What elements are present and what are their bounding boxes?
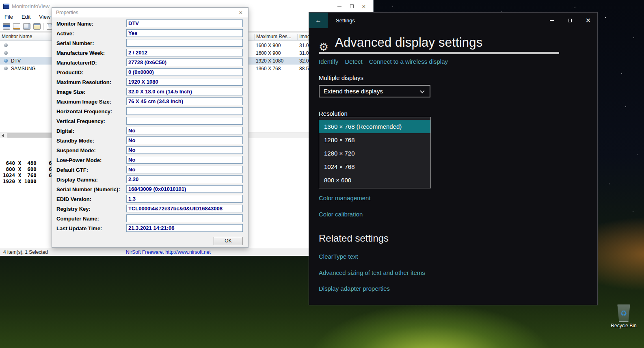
action-link[interactable]: Identify <box>319 58 338 65</box>
column-divider[interactable] <box>254 34 255 40</box>
property-value-field[interactable]: DTV <box>126 19 243 27</box>
monitor-name-cell: DTV <box>11 58 21 64</box>
settings-window-title: Settings <box>336 17 355 24</box>
maximize-button[interactable] <box>346 2 358 11</box>
property-value-field[interactable]: 0 (0x0000) <box>126 68 243 76</box>
dialog-titlebar[interactable]: Properties × <box>52 8 248 17</box>
property-value-field[interactable]: No <box>126 127 243 134</box>
property-row: Horizontal Frequency: <box>52 107 248 117</box>
column-header-maximum-resolution[interactable]: Maximum Res... <box>256 34 292 39</box>
property-label: ManufacturerID: <box>56 60 97 66</box>
property-value-field[interactable]: TCL0000\4&72e37bc&0&UID16843008 <box>126 205 243 212</box>
horizontal-scrollbar-thumb[interactable] <box>319 52 559 54</box>
recycle-symbol-icon: ♻ <box>620 309 627 317</box>
advanced-sizing-link[interactable]: Advanced sizing of text and other items <box>319 269 425 276</box>
maximize-icon <box>350 4 354 8</box>
property-value-field[interactable]: No <box>126 136 243 144</box>
minimize-button[interactable] <box>333 2 346 11</box>
property-row: ManufacturerID: 27728 (0x6C50) <box>52 58 248 68</box>
menu-item[interactable]: View <box>39 14 50 20</box>
property-value-field[interactable] <box>126 214 243 222</box>
cleartype-text-link[interactable]: ClearType text <box>319 253 358 260</box>
property-label: Monitor Name: <box>56 21 93 27</box>
export-report-icon[interactable] <box>13 23 20 30</box>
recycle-bin-shortcut[interactable]: ♻ Recycle Bin <box>607 305 641 329</box>
color-management-link[interactable]: Color management <box>319 195 371 201</box>
property-value-field[interactable]: 2.20 <box>126 175 243 183</box>
resolution-option[interactable]: 800 × 600 <box>319 173 430 187</box>
property-value-field[interactable]: 32.0 X 18.0 cm (14.5 Inch) <box>126 88 243 95</box>
close-button[interactable]: × <box>358 2 370 11</box>
property-value-field[interactable]: 1920 X 1080 <box>126 78 243 86</box>
recycle-bin-label: Recycle Bin <box>607 323 641 329</box>
property-value-field[interactable]: 21.3.2021 14:21:06 <box>126 224 243 232</box>
ok-button[interactable]: OK <box>214 237 243 245</box>
window-title: MonitorInfoView <box>12 3 50 9</box>
display-adapter-properties-link[interactable]: Display adapter properties <box>319 285 390 292</box>
property-label: Registry Key: <box>56 206 91 212</box>
property-row: Low-Power Mode: No <box>52 156 248 165</box>
image-size-cell: 88.5 <box>299 66 309 71</box>
property-value-field[interactable]: 27728 (0x6C50) <box>126 58 243 66</box>
resolution-listbox: 1360 × 768 (Recommended)1280 × 7681280 ×… <box>319 117 431 188</box>
property-value-field[interactable]: 2 / 2012 <box>126 49 243 56</box>
copy-icon[interactable] <box>23 23 30 30</box>
property-value-field[interactable]: Yes <box>126 29 243 37</box>
resolution-option[interactable]: 1280 × 720 <box>319 147 430 160</box>
property-value-field[interactable]: 16843009 (0x01010101) <box>126 185 243 193</box>
property-row: Registry Key: TCL0000\4&72e37bc&0&UID168… <box>52 204 248 214</box>
menu-item[interactable]: File <box>4 14 13 20</box>
menu-item[interactable]: Edit <box>22 14 30 20</box>
property-value-field[interactable]: No <box>126 146 243 154</box>
image-size-cell: 32.0 <box>299 58 309 64</box>
scroll-left-icon[interactable] <box>2 134 4 137</box>
related-settings-heading: Related settings <box>319 233 389 244</box>
property-value-field[interactable] <box>126 117 243 125</box>
property-row: Vertical Frequency: <box>52 117 248 126</box>
action-link[interactable]: Detect <box>345 58 362 65</box>
column-header-monitor-name[interactable]: Monitor Name <box>2 34 32 39</box>
maximize-icon <box>568 19 572 22</box>
desktop: MonitorInfoView × FileEditViewHelp Monit… <box>0 0 644 348</box>
property-row: Serial Number: <box>52 39 248 48</box>
settings-close-button[interactable]: ✕ <box>579 13 597 28</box>
nirsoft-link[interactable]: NirSoft Freeware. http://www.nirsoft.net <box>126 249 211 255</box>
column-divider[interactable] <box>50 34 50 40</box>
property-row: Manufacture Week: 2 / 2012 <box>52 48 248 58</box>
resolution-option[interactable]: 1024 × 768 <box>319 160 430 173</box>
property-row: Digital: No <box>52 126 248 136</box>
property-value-field[interactable]: 1.3 <box>126 195 243 203</box>
property-value-field[interactable] <box>126 107 243 115</box>
column-divider[interactable] <box>297 34 298 40</box>
back-button[interactable]: ← <box>309 13 328 28</box>
resolution-option[interactable]: 1360 × 768 (Recommended) <box>319 120 430 133</box>
gear-icon: ⚙ <box>319 42 328 53</box>
property-label: Standby Mode: <box>56 138 94 144</box>
monitor-name-cell: SAMSUNG <box>11 66 36 71</box>
property-row: Display Gamma: 2.20 <box>52 175 248 185</box>
app-icon <box>3 4 9 9</box>
property-label: Display Gamma: <box>56 177 98 183</box>
property-row: Suspend Mode: No <box>52 146 248 156</box>
settings-minimize-button[interactable] <box>542 13 561 28</box>
property-label: Image Size: <box>56 89 86 95</box>
property-row: Serial Number (Numeric): 16843009 (0x010… <box>52 185 248 195</box>
monitor-icon <box>4 51 8 55</box>
properties-icon[interactable] <box>33 23 41 30</box>
save-icon[interactable] <box>3 23 10 30</box>
multiple-displays-dropdown[interactable]: Extend these displays <box>319 85 430 97</box>
property-value-field[interactable]: 76 X 45 cm (34.8 Inch) <box>126 97 243 105</box>
resolution-option[interactable]: 1280 × 768 <box>319 133 430 147</box>
property-label: Active: <box>56 30 74 37</box>
property-value-field[interactable]: No <box>126 166 243 173</box>
dialog-close-button[interactable]: × <box>237 9 244 16</box>
color-calibration-link[interactable]: Color calibration <box>319 211 363 218</box>
property-value-field[interactable] <box>126 39 243 47</box>
action-link[interactable]: Connect to a wireless display <box>369 58 448 65</box>
settings-maximize-button[interactable] <box>561 13 579 28</box>
property-label: Low-Power Mode: <box>56 157 102 163</box>
settings-titlebar[interactable]: ← Settings ✕ <box>309 13 597 28</box>
properties-fields: Monitor Name: DTV Active: Yes Serial Num… <box>52 19 248 233</box>
property-label: Suspend Mode: <box>56 147 96 153</box>
property-value-field[interactable]: No <box>126 156 243 164</box>
